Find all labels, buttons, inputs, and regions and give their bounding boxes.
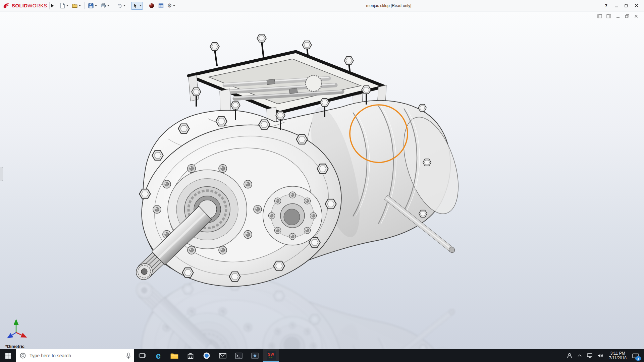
triad-x-axis	[16, 333, 26, 337]
toolbar-separator	[145, 2, 145, 9]
undo-button[interactable]	[115, 2, 127, 10]
mail-icon	[219, 353, 226, 359]
console-icon	[235, 353, 243, 359]
system-tray: 3:11 PM 7/11/2018 3	[564, 349, 644, 362]
design-table-button[interactable]	[157, 2, 165, 10]
select-button[interactable]	[131, 2, 143, 10]
network-button[interactable]	[584, 349, 595, 362]
titlebar: SOLIDWORKS	[0, 0, 644, 11]
chevron-down-icon[interactable]	[79, 5, 81, 6]
reference-triad	[5, 313, 33, 341]
chevron-down-icon[interactable]	[140, 5, 142, 6]
people-button[interactable]	[564, 349, 575, 362]
restore-icon	[625, 4, 628, 7]
expand-arrow-icon	[51, 4, 54, 7]
clock-time: 3:11 PM	[610, 351, 625, 356]
browser-circle-icon	[203, 352, 210, 359]
volume-button[interactable]	[595, 349, 606, 362]
doc-restore-button[interactable]	[624, 13, 630, 19]
help-button[interactable]: ?	[601, 1, 611, 10]
toolbar-separator	[129, 2, 129, 9]
minimize-button[interactable]	[611, 1, 621, 10]
maximize-button[interactable]	[621, 1, 631, 10]
close-icon	[635, 4, 638, 7]
store-icon	[187, 352, 194, 359]
store-button[interactable]	[182, 349, 199, 362]
tray-overflow-button[interactable]	[575, 349, 584, 362]
new-document-button[interactable]	[58, 2, 70, 10]
browser-circle-button[interactable]	[199, 349, 215, 362]
menu-expand-button[interactable]	[49, 2, 56, 9]
doc-pane-left-icon	[597, 14, 602, 18]
pinned-app-icon	[251, 353, 259, 359]
taskbar: e	[0, 349, 644, 362]
close-button[interactable]	[631, 1, 641, 10]
save-button[interactable]	[87, 2, 98, 10]
open-button[interactable]	[70, 2, 82, 10]
dassault-logo-icon	[3, 2, 10, 9]
people-icon	[567, 353, 573, 359]
new-document-icon	[59, 3, 65, 9]
action-center-button[interactable]: 3	[630, 349, 641, 362]
toolbar-separator	[84, 2, 85, 9]
file-explorer-button[interactable]	[166, 349, 182, 362]
solidworks-taskbar-button[interactable]: SW 2017	[263, 349, 279, 362]
chevron-down-icon[interactable]	[107, 5, 109, 6]
chevron-down-icon[interactable]	[66, 5, 68, 6]
chevron-down-icon[interactable]	[95, 5, 97, 6]
windows-logo-icon	[5, 353, 11, 359]
document-title: menjac sklop [Read-only]	[176, 3, 601, 8]
appearance-button[interactable]	[147, 2, 156, 10]
chevron-up-icon	[577, 354, 582, 357]
chevron-down-icon[interactable]	[123, 5, 125, 6]
graphics-area[interactable]: *Dimetric	[0, 11, 644, 349]
task-view-button[interactable]	[134, 349, 150, 362]
document-window-controls	[597, 13, 639, 19]
doc-pane-left-button[interactable]	[597, 13, 602, 19]
options-button[interactable]: ⚙	[166, 2, 176, 10]
chevron-down-icon[interactable]	[173, 5, 175, 6]
volume-icon	[597, 353, 603, 358]
pinned-app-button[interactable]	[247, 349, 263, 362]
doc-minimize-icon	[616, 14, 620, 18]
clock-date: 7/11/2018	[609, 356, 627, 360]
design-table-icon	[158, 3, 164, 9]
search-input[interactable]	[29, 353, 123, 359]
app-title: SOLIDWORKS	[12, 3, 47, 8]
console-button[interactable]	[231, 349, 247, 362]
print-button[interactable]	[99, 2, 111, 10]
3d-model-scene[interactable]	[0, 11, 644, 349]
microphone-icon[interactable]	[126, 353, 131, 359]
doc-close-icon	[634, 14, 638, 18]
edge-button[interactable]: e	[150, 349, 166, 362]
solidworks-icon: SW 2017	[267, 351, 276, 360]
undo-icon	[116, 3, 122, 9]
appearance-sphere-icon	[149, 3, 155, 9]
quick-access-toolbar: ⚙	[58, 2, 176, 10]
taskbar-search[interactable]	[16, 349, 134, 362]
print-icon	[100, 3, 106, 9]
solidworks-logo: SOLIDWORKS	[3, 2, 47, 9]
edge-icon: e	[156, 351, 161, 360]
select-cursor-icon	[132, 3, 139, 9]
options-gear-icon: ⚙	[167, 3, 172, 9]
gearbox-model[interactable]	[126, 34, 469, 304]
doc-pane-right-button[interactable]	[606, 13, 611, 19]
open-icon	[72, 3, 78, 9]
solidworks-window: SOLIDWORKS	[0, 0, 644, 362]
file-explorer-icon	[170, 353, 178, 359]
triad-z-axis	[8, 333, 16, 338]
start-button[interactable]	[0, 349, 16, 362]
doc-close-button[interactable]	[633, 13, 639, 19]
save-icon	[88, 3, 94, 9]
notification-badge: 3	[635, 356, 641, 361]
doc-minimize-button[interactable]	[615, 13, 621, 19]
featuremanager-collapsed-tab[interactable]	[0, 167, 3, 181]
pinned-apps: e	[134, 349, 279, 362]
taskbar-clock[interactable]: 3:11 PM 7/11/2018	[606, 351, 630, 360]
doc-pane-right-icon	[606, 14, 611, 18]
view-orientation-label: *Dimetric	[5, 344, 24, 349]
task-view-icon	[139, 352, 146, 359]
mail-button[interactable]	[215, 349, 231, 362]
network-icon	[587, 353, 593, 358]
